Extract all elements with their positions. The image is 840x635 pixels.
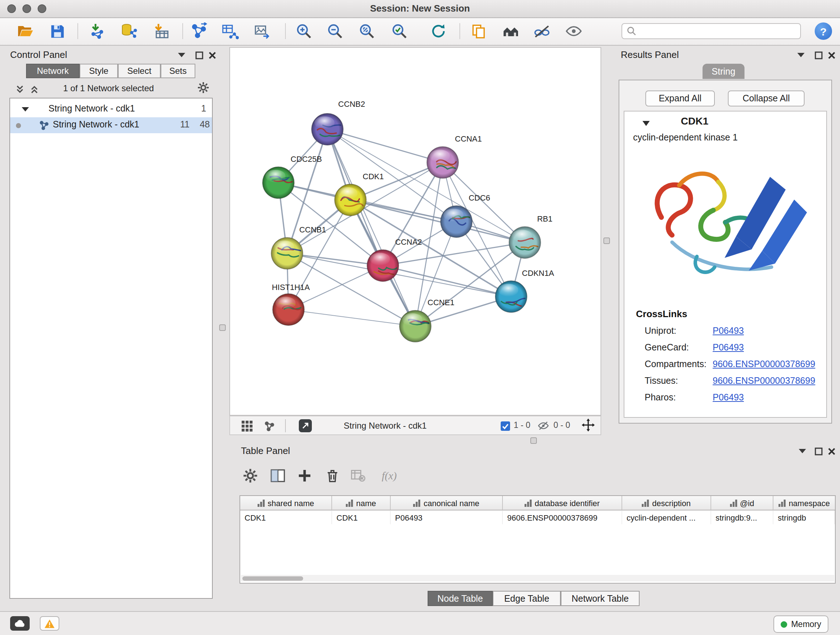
help-button[interactable]: ?	[815, 22, 832, 40]
column-header[interactable]: @id	[711, 496, 774, 510]
column-header[interactable]: namespace	[774, 496, 835, 510]
new-network-button[interactable]	[189, 22, 208, 41]
crosslink-link[interactable]: 9606.ENSP00000378699	[713, 376, 815, 386]
table-cell[interactable]: CDK1	[240, 510, 332, 524]
delete-column-button[interactable]	[323, 466, 341, 485]
network-from-table-button[interactable]	[221, 22, 240, 41]
close-panel-icon[interactable]	[205, 49, 218, 61]
memory-button[interactable]: Memory	[774, 616, 829, 633]
save-session-button[interactable]	[48, 22, 66, 41]
show-columns-button[interactable]	[268, 466, 287, 485]
network-node-ccne1[interactable]: CCNE1	[399, 298, 454, 342]
column-header[interactable]: canonical name	[391, 496, 503, 510]
apply-layout-button[interactable]	[429, 22, 448, 41]
network-edge[interactable]	[327, 129, 415, 326]
collapse-all-button[interactable]: Collapse All	[728, 90, 805, 106]
hide-annotations-button[interactable]	[532, 22, 551, 41]
table-cell[interactable]: 9606.ENSP00000378699	[503, 510, 622, 524]
import-table-button[interactable]	[152, 22, 171, 41]
function-builder-button[interactable]: f(x)	[377, 466, 401, 485]
close-panel-icon[interactable]	[825, 49, 838, 61]
table-row[interactable]: CDK1 CDK1 P06493 9606.ENSP00000378699 cy…	[240, 510, 835, 524]
crosslink-link[interactable]: 9606.ENSP00000378699	[713, 359, 815, 369]
column-header[interactable]: description	[622, 496, 711, 510]
network-options-gear-icon[interactable]	[197, 82, 210, 93]
selected-checkbox-icon[interactable]	[501, 421, 510, 431]
crosslink-link[interactable]: P06493	[713, 326, 744, 336]
crosslink-link[interactable]: P06493	[713, 393, 744, 402]
section-expander-icon[interactable]	[642, 120, 651, 127]
show-graphics-details-button[interactable]	[564, 22, 583, 41]
grid-view-icon[interactable]	[240, 420, 253, 432]
float-panel-icon[interactable]	[175, 49, 188, 61]
search-box[interactable]	[622, 23, 801, 39]
close-panel-icon[interactable]	[825, 445, 838, 457]
clone-network-button[interactable]	[469, 22, 488, 41]
open-session-button[interactable]	[16, 22, 35, 41]
clear-table-button[interactable]	[349, 466, 368, 485]
table-cell[interactable]: stringdb:9...	[711, 510, 774, 524]
network-collection-row[interactable]: String Network - cdk1 1	[10, 101, 212, 117]
detach-view-button[interactable]	[299, 419, 312, 432]
network-node-cdc25b[interactable]: CDC25B	[263, 155, 322, 199]
tab-select[interactable]: Select	[118, 64, 161, 78]
export-image-button[interactable]	[253, 22, 271, 41]
table-cell[interactable]: P06493	[391, 510, 503, 524]
network-node-ccna2[interactable]: CCNA2	[367, 238, 422, 282]
zoom-in-button[interactable]	[294, 22, 313, 41]
zoom-selected-button[interactable]	[390, 22, 409, 41]
network-edge[interactable]	[327, 129, 443, 163]
tab-network-table[interactable]: Network Table	[561, 591, 639, 606]
load-network-database-button[interactable]	[119, 22, 138, 41]
column-header[interactable]: database identifier	[503, 496, 622, 510]
hidden-eye-slash-icon[interactable]	[537, 420, 550, 432]
expand-all-button[interactable]: Expand All	[645, 90, 715, 106]
horizontal-splitter-handle[interactable]	[531, 437, 537, 444]
network-edge[interactable]	[287, 129, 327, 253]
network-edge[interactable]	[288, 310, 415, 326]
tab-edge-table[interactable]: Edge Table	[493, 591, 561, 606]
create-column-button[interactable]	[295, 466, 314, 485]
network-node-ccnb1[interactable]: CCNB1	[271, 225, 326, 269]
network-node-rb1[interactable]: RB1	[509, 214, 553, 258]
vertical-splitter-handle[interactable]	[603, 238, 610, 244]
network-node-cdkn1a[interactable]: CDKN1A	[495, 269, 554, 313]
maximize-panel-icon[interactable]	[812, 445, 825, 457]
network-overview-icon[interactable]	[263, 420, 276, 432]
show-all-views-button[interactable]	[501, 22, 520, 41]
vertical-splitter-handle[interactable]	[219, 325, 226, 331]
network-node-ccna1[interactable]: CCNA1	[427, 134, 482, 179]
horizontal-scrollbar[interactable]	[241, 575, 834, 581]
float-panel-icon[interactable]	[796, 445, 809, 457]
network-node-cdk1[interactable]: CDK1	[335, 172, 384, 216]
crosslink-link[interactable]: P06493	[713, 342, 744, 353]
network-node-cdc6[interactable]: CDC6	[441, 193, 490, 238]
tab-network[interactable]: Network	[26, 64, 80, 78]
maximize-panel-icon[interactable]	[812, 49, 825, 61]
import-network-file-button[interactable]	[88, 22, 107, 41]
network-edge[interactable]	[351, 200, 525, 242]
network-row[interactable]: String Network - cdk1 11 48	[10, 117, 212, 133]
tab-string[interactable]: String	[703, 64, 745, 79]
table-cell[interactable]: CDK1	[332, 510, 391, 524]
tab-sets[interactable]: Sets	[161, 64, 195, 78]
collection-expander-icon[interactable]	[22, 106, 29, 112]
tab-style[interactable]: Style	[80, 64, 118, 78]
float-panel-icon[interactable]	[794, 49, 807, 61]
warnings-button[interactable]	[40, 616, 59, 631]
cloud-status-button[interactable]	[10, 616, 30, 631]
pan-mode-icon[interactable]	[582, 419, 595, 431]
network-node-hist1h1a[interactable]: HIST1H1A	[272, 283, 310, 325]
table-cell[interactable]: stringdb	[774, 510, 835, 524]
zoom-fit-button[interactable]	[357, 22, 376, 41]
table-options-button[interactable]	[241, 466, 260, 485]
column-header[interactable]: name	[332, 496, 391, 510]
scrollbar-thumb[interactable]	[242, 576, 303, 580]
tab-node-table[interactable]: Node Table	[428, 591, 493, 606]
maximize-panel-icon[interactable]	[193, 49, 205, 61]
table-cell[interactable]: cyclin-dependent ...	[622, 510, 711, 524]
zoom-out-button[interactable]	[325, 22, 344, 41]
network-canvas[interactable]: CCNB2CCNA1CDC25BCDK1CDC6RB1CCNB1CCNA2CDK…	[229, 47, 601, 416]
column-header[interactable]: shared name	[240, 496, 332, 510]
search-input[interactable]	[639, 25, 800, 37]
